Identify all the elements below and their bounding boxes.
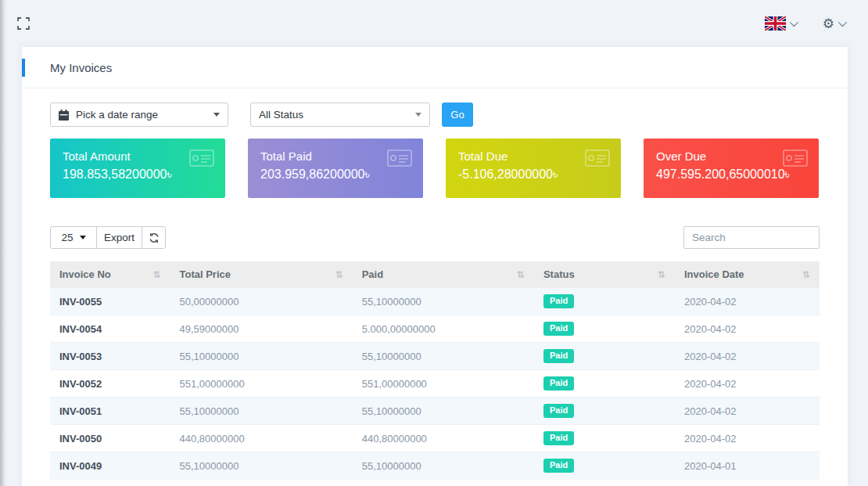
language-switcher[interactable] (765, 16, 796, 31)
cell-status: Paid (534, 452, 675, 480)
status-badge: Paid (543, 404, 574, 418)
sort-icon[interactable]: ⇅ (517, 269, 525, 280)
refresh-button[interactable] (142, 226, 166, 249)
table-row[interactable]: INV-0051 55,10000000 55,10000000 Paid 20… (50, 398, 820, 425)
cell-paid: 55,10000000 (353, 288, 534, 315)
caret-down-icon (213, 113, 220, 117)
cell-paid: 5.000,00000000 (353, 315, 534, 343)
calendar-icon (59, 110, 69, 121)
stat-value: -5.106,28000000৳ (458, 167, 608, 182)
status-badge: Paid (543, 431, 574, 445)
cell-total-price: 551,00000000 (170, 370, 353, 398)
refresh-icon (149, 232, 160, 243)
stat-card-total-amount: Total Amount 198.853,58200000৳ (50, 139, 225, 198)
cell-total-price: 55,10000000 (170, 343, 353, 370)
export-button[interactable]: Export (96, 226, 142, 249)
sort-icon[interactable]: ⇅ (152, 269, 160, 280)
caret-down-icon (415, 113, 421, 117)
cell-invoice-no: INV-0053 (50, 343, 170, 370)
money-check-icon (585, 149, 610, 167)
table-row[interactable]: INV-0053 55,10000000 55,10000000 Paid 20… (50, 343, 820, 370)
status-badge: Paid (543, 376, 574, 391)
fullscreen-icon[interactable] (17, 17, 30, 30)
stat-card-over-due: Over Due 497.595.200,65000010৳ (644, 139, 819, 198)
cell-paid: 551,00000000 (353, 370, 534, 398)
money-check-icon (189, 149, 214, 167)
cell-total-price: 55,10000000 (170, 398, 353, 425)
cell-invoice-date: 2020-04-02 (675, 425, 820, 452)
page-title: My Invoices (50, 61, 112, 74)
cell-total-price: 440,80000000 (170, 425, 353, 452)
column-header-invoice-date[interactable]: Invoice Date⇅ (675, 261, 820, 288)
chevron-down-icon (790, 18, 798, 27)
column-header-total-price[interactable]: Total Price⇅ (170, 261, 353, 288)
column-header-invoice-no[interactable]: Invoice No⇅ (50, 261, 170, 288)
status-badge: Paid (543, 322, 574, 336)
status-badge: Paid (543, 349, 574, 363)
status-select[interactable]: All Status (250, 103, 430, 127)
stat-card-total-due: Total Due -5.106,28000000৳ (446, 139, 621, 198)
table-header-row: Invoice No⇅ Total Price⇅ Paid⇅ Status⇅ I… (50, 261, 820, 288)
title-accent-bar (22, 59, 25, 77)
content-panel: My Invoices Pick a date range All Status… (22, 47, 848, 486)
stat-value: 203.959,86200000৳ (260, 167, 411, 182)
page-size-select[interactable]: 25 (50, 226, 97, 249)
table-controls: 25 Export (50, 226, 820, 249)
caret-down-icon (80, 236, 86, 239)
cell-invoice-date: 2020-04-01 (675, 452, 820, 480)
table-row[interactable]: INV-0049 55,10000000 55,10000000 Paid 20… (50, 452, 820, 480)
sort-icon[interactable]: ⇅ (802, 269, 810, 280)
sort-icon[interactable]: ⇅ (335, 269, 343, 280)
cell-invoice-date: 2020-04-02 (675, 370, 820, 398)
cell-status: Paid (534, 370, 675, 398)
cell-status: Paid (534, 398, 675, 425)
topbar: ⚙ (0, 0, 868, 47)
invoices-table: Invoice No⇅ Total Price⇅ Paid⇅ Status⇅ I… (50, 261, 820, 480)
cell-invoice-no: INV-0055 (50, 288, 170, 315)
cell-invoice-date: 2020-04-02 (675, 315, 820, 343)
stat-cards: Total Amount 198.853,58200000৳ Total Pai… (50, 139, 820, 226)
stat-card-total-paid: Total Paid 203.959,86200000৳ (248, 139, 423, 198)
sort-icon[interactable]: ⇅ (658, 269, 665, 280)
filter-bar: Pick a date range All Status Go (50, 103, 820, 127)
table-row[interactable]: INV-0050 440,80000000 440,80000000 Paid … (50, 425, 820, 452)
cell-invoice-no: INV-0054 (50, 315, 170, 343)
table-row[interactable]: INV-0052 551,00000000 551,00000000 Paid … (50, 370, 820, 398)
uk-flag-icon (765, 16, 786, 31)
cell-status: Paid (534, 343, 675, 370)
cell-total-price: 49,59000000 (170, 315, 353, 343)
cell-invoice-date: 2020-04-02 (675, 288, 820, 315)
go-button[interactable]: Go (442, 103, 473, 127)
money-check-icon (783, 149, 808, 167)
chevron-down-icon (838, 18, 847, 27)
cell-invoice-no: INV-0051 (50, 398, 170, 425)
date-range-picker[interactable]: Pick a date range (50, 103, 228, 127)
column-header-status[interactable]: Status⇅ (534, 261, 675, 288)
cell-total-price: 55,10000000 (170, 452, 353, 480)
cell-status: Paid (534, 315, 675, 343)
cell-paid: 55,10000000 (353, 398, 534, 425)
stat-value: 497.595.200,65000010৳ (656, 167, 806, 182)
status-badge: Paid (543, 459, 574, 473)
cell-paid: 55,10000000 (353, 452, 534, 480)
cell-total-price: 50,00000000 (170, 288, 353, 315)
settings-menu[interactable]: ⚙ (823, 17, 845, 31)
cell-status: Paid (534, 425, 675, 452)
cell-status: Paid (534, 288, 675, 315)
page-size-value: 25 (61, 232, 73, 243)
column-header-paid[interactable]: Paid⇅ (353, 261, 534, 288)
cell-invoice-no: INV-0050 (50, 425, 170, 452)
money-check-icon (387, 149, 412, 167)
cell-invoice-no: INV-0052 (50, 370, 170, 398)
stat-value: 198.853,58200000৳ (63, 167, 213, 182)
search-input[interactable] (683, 226, 820, 249)
table-row[interactable]: INV-0054 49,59000000 5.000,00000000 Paid… (50, 315, 820, 343)
cell-invoice-date: 2020-04-02 (675, 398, 820, 425)
gear-icon: ⚙ (823, 17, 834, 31)
status-badge: Paid (543, 294, 574, 308)
sidebar-edge (0, 0, 7, 486)
table-body: INV-0055 50,00000000 55,10000000 Paid 20… (50, 288, 820, 480)
cell-invoice-no: INV-0049 (50, 452, 170, 480)
cell-invoice-date: 2020-04-02 (675, 343, 820, 370)
table-row[interactable]: INV-0055 50,00000000 55,10000000 Paid 20… (50, 288, 820, 315)
